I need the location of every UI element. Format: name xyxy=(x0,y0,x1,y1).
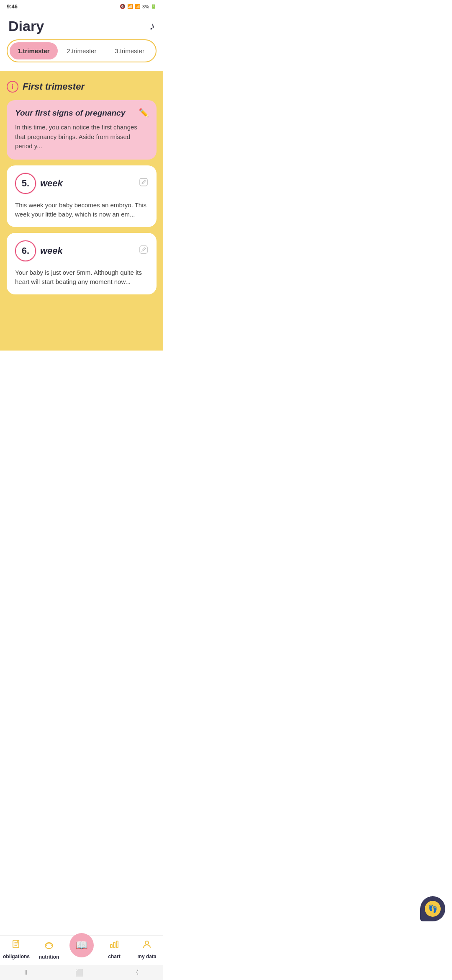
pink-card-title: Your first signs of pregnancy xyxy=(15,108,148,118)
battery-icon: 🔋 xyxy=(151,4,157,9)
tab-3-trimester[interactable]: 3.trimester xyxy=(105,42,154,59)
week-6-number: 6. xyxy=(22,245,29,256)
signal-icon: 📶 xyxy=(135,4,141,9)
section-header: i First trimester xyxy=(7,81,157,93)
pink-card: Your first signs of pregnancy ✏️ In this… xyxy=(7,100,157,160)
battery-text: 3% xyxy=(142,4,149,9)
page-title: Diary xyxy=(8,18,44,34)
week-5-text: This week your baby becomes an embryo. T… xyxy=(15,201,148,219)
week-6-circle: 6. xyxy=(15,240,36,261)
trimester-tabs: 1.trimester 2.trimester 3.trimester xyxy=(7,39,157,62)
week-6-label: week xyxy=(40,245,63,256)
status-icons: 🔇 📶 📶 3% 🔋 xyxy=(120,4,157,9)
mute-icon: 🔇 xyxy=(120,4,126,9)
week-5-header: 5. week xyxy=(15,173,148,194)
week-5-circle: 5. xyxy=(15,173,36,194)
pink-card-edit-icon[interactable]: ✏️ xyxy=(139,108,149,118)
week-card-5: 5. week This week your baby becomes an e… xyxy=(7,165,157,227)
week-6-header: 6. week xyxy=(15,240,148,261)
status-time: 9:46 xyxy=(7,3,18,10)
section-title: First trimester xyxy=(23,81,85,92)
week-card-6: 6. week Your baby is just over 5mm. Alth… xyxy=(7,233,157,294)
week-5-number: 5. xyxy=(22,178,29,189)
yellow-section: i First trimester Your first signs of pr… xyxy=(0,71,163,351)
status-bar: 9:46 🔇 📶 📶 3% 🔋 xyxy=(0,0,163,11)
week-5-label: week xyxy=(40,178,63,189)
week-5-edit-icon[interactable] xyxy=(139,178,148,189)
info-icon: i xyxy=(7,81,18,93)
pink-card-text: In this time, you can notice the first c… xyxy=(15,123,148,151)
week-6-text: Your baby is just over 5mm. Although qui… xyxy=(15,268,148,287)
week-5-number-container: 5. week xyxy=(15,173,63,194)
tab-2-trimester[interactable]: 2.trimester xyxy=(58,42,106,59)
week-6-edit-icon[interactable] xyxy=(139,245,148,256)
week-6-number-container: 6. week xyxy=(15,240,63,261)
svg-rect-0 xyxy=(140,178,147,186)
svg-rect-1 xyxy=(140,246,147,253)
wifi-icon: 📶 xyxy=(127,4,133,9)
tab-1-trimester[interactable]: 1.trimester xyxy=(10,42,58,59)
music-icon[interactable]: ♪ xyxy=(149,20,155,33)
header: Diary ♪ xyxy=(0,11,163,39)
